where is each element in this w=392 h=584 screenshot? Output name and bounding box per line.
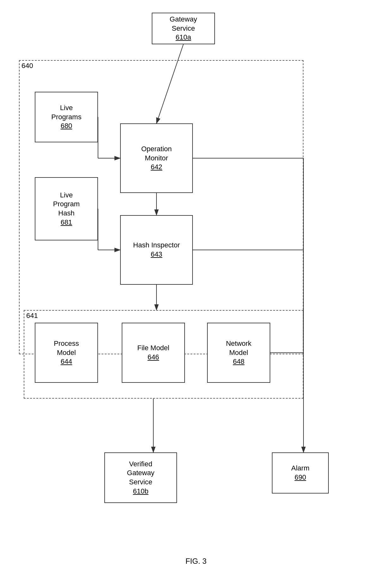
gateway-service-label: GatewayService bbox=[170, 15, 197, 33]
operation-monitor-box: OperationMonitor 642 bbox=[120, 123, 193, 193]
gateway-service-box: GatewayService 610a bbox=[152, 13, 215, 44]
live-program-hash-box: LiveProgramHash 681 bbox=[35, 177, 98, 240]
live-program-hash-id: 681 bbox=[61, 218, 72, 227]
live-program-hash-label: LiveProgramHash bbox=[53, 191, 80, 218]
inner-region-label: 641 bbox=[26, 312, 38, 320]
file-model-id: 646 bbox=[148, 353, 159, 362]
hash-inspector-id: 643 bbox=[151, 250, 162, 259]
operation-monitor-label: OperationMonitor bbox=[141, 145, 172, 163]
verified-gateway-box: VerifiedGatewayService 610b bbox=[104, 452, 177, 503]
alarm-id: 690 bbox=[295, 473, 306, 482]
hash-inspector-box: Hash Inspector 643 bbox=[120, 215, 193, 285]
gateway-service-id: 610a bbox=[176, 33, 191, 42]
alarm-label: Alarm bbox=[291, 464, 309, 473]
network-model-box: NetworkModel 648 bbox=[207, 323, 270, 383]
process-model-label: ProcessModel bbox=[54, 339, 79, 357]
hash-inspector-label: Hash Inspector bbox=[133, 241, 180, 250]
live-programs-label: LivePrograms bbox=[51, 103, 81, 121]
network-model-label: NetworkModel bbox=[226, 339, 252, 357]
process-model-id: 644 bbox=[61, 357, 72, 366]
network-model-id: 648 bbox=[233, 357, 245, 366]
process-model-box: ProcessModel 644 bbox=[35, 323, 98, 383]
file-model-label: File Model bbox=[137, 344, 169, 353]
verified-gateway-id: 610b bbox=[133, 487, 149, 496]
verified-gateway-label: VerifiedGatewayService bbox=[127, 460, 155, 487]
file-model-box: File Model 646 bbox=[122, 323, 185, 383]
alarm-box: Alarm 690 bbox=[272, 452, 329, 494]
outer-region-label: 640 bbox=[21, 62, 33, 70]
operation-monitor-id: 642 bbox=[151, 163, 162, 172]
live-programs-box: LivePrograms 680 bbox=[35, 92, 98, 142]
figure-label: FIG. 3 bbox=[164, 557, 228, 566]
live-programs-id: 680 bbox=[61, 121, 72, 131]
